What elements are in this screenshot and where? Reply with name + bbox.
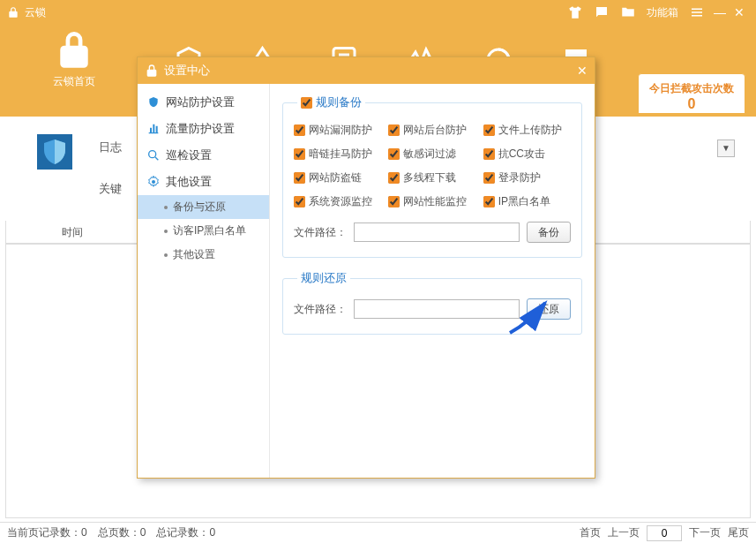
home-label: 云锁首页: [53, 74, 95, 89]
backup-item-checkbox[interactable]: 敏感词过滤: [388, 147, 475, 162]
dropdown-button[interactable]: ▼: [717, 140, 735, 157]
svg-point-5: [152, 180, 155, 184]
search-icon: [146, 148, 161, 162]
chart-icon: [146, 122, 161, 136]
toolbox-label[interactable]: 功能箱: [647, 5, 678, 20]
backup-item-checkbox[interactable]: 网站漏洞防护: [294, 123, 381, 138]
nav-patrol[interactable]: 巡检设置: [138, 142, 269, 169]
backup-item-checkbox[interactable]: 多线程下载: [388, 170, 475, 185]
backup-item-checkbox[interactable]: 抗CC攻击: [483, 147, 571, 162]
page-input[interactable]: [647, 525, 682, 541]
restore-legend: 规则还原: [297, 270, 350, 286]
restore-button[interactable]: 还原: [527, 298, 571, 320]
backup-item-checkbox[interactable]: IP黑白名单: [483, 194, 571, 209]
nav-visitor-ip[interactable]: 访客IP黑白名单: [138, 219, 269, 243]
svg-point-4: [149, 151, 156, 158]
lock-icon: [7, 6, 19, 19]
nav-other[interactable]: 其他设置: [138, 169, 269, 195]
backup-group: 规则备份 网站漏洞防护网站后台防护文件上传防护暗链挂马防护敏感词过滤抗CC攻击网…: [282, 94, 582, 258]
modal-close-button[interactable]: ✕: [577, 64, 588, 78]
minimize-button[interactable]: —: [710, 5, 730, 19]
backup-button[interactable]: 备份: [527, 222, 571, 243]
titlebar: 云锁 功能箱 — ✕: [0, 0, 756, 25]
backup-path-label: 文件路径：: [294, 225, 347, 240]
chat-icon[interactable]: [594, 4, 610, 20]
shield-icon: [146, 95, 161, 109]
close-button[interactable]: ✕: [730, 5, 749, 19]
gear-icon: [146, 175, 161, 189]
shield-icon: [34, 131, 76, 177]
next-page-link[interactable]: 下一页: [689, 525, 721, 540]
modal-nav: 网站防护设置 流量防护设置 巡检设置 其他设置 备份与还原 访客IP黑白名单 其…: [138, 84, 270, 478]
total-records: 总记录数：0: [156, 525, 215, 540]
last-page-link[interactable]: 尾页: [728, 525, 749, 540]
col-time: 时间: [6, 221, 138, 243]
log-label: 日志: [99, 140, 122, 155]
shirt-icon[interactable]: [567, 4, 583, 20]
app-name: 云锁: [25, 5, 46, 20]
nav-site-protection[interactable]: 网站防护设置: [138, 89, 269, 116]
restore-group: 规则还原 文件路径： 还原: [282, 270, 582, 335]
block-title: 今日拦截攻击次数: [649, 81, 734, 96]
backup-legend[interactable]: 规则备份: [297, 94, 365, 110]
home-nav[interactable]: 云锁首页: [53, 32, 95, 89]
nav-other-settings[interactable]: 其他设置: [138, 243, 269, 267]
lock-icon: [145, 64, 159, 78]
backup-item-checkbox[interactable]: 网站性能监控: [388, 194, 475, 209]
backup-item-checkbox[interactable]: 网站后台防护: [388, 123, 475, 138]
modal-content: 规则备份 网站漏洞防护网站后台防护文件上传防护暗链挂马防护敏感词过滤抗CC攻击网…: [270, 84, 595, 478]
backup-item-checkbox[interactable]: 文件上传防护: [483, 123, 571, 138]
total-pages: 总页数：0: [98, 525, 146, 540]
restore-path-label: 文件路径：: [294, 302, 347, 317]
backup-item-checkbox[interactable]: 网站防盗链: [294, 170, 381, 185]
backup-item-checkbox[interactable]: 系统资源监控: [294, 194, 381, 209]
prev-page-link[interactable]: 上一页: [608, 525, 640, 540]
backup-master-checkbox[interactable]: [301, 97, 312, 109]
nav-traffic-protection[interactable]: 流量防护设置: [138, 116, 269, 142]
settings-modal: 设置中心 ✕ 网站防护设置 流量防护设置 巡检设置 其他设置 备份与还原 访客I…: [137, 57, 595, 479]
restore-path-input[interactable]: [354, 299, 520, 319]
folder-icon[interactable]: [620, 4, 636, 20]
key-label: 关键: [99, 181, 122, 197]
modal-title: 设置中心: [164, 63, 210, 79]
menu-icon[interactable]: [689, 4, 705, 20]
first-page-link[interactable]: 首页: [580, 525, 601, 540]
backup-path-input[interactable]: [354, 222, 520, 242]
backup-item-checkbox[interactable]: 登录防护: [483, 170, 571, 185]
modal-titlebar: 设置中心 ✕: [138, 57, 595, 84]
status-bar: 当前页记录数：0 总页数：0 总记录数：0 首页 上一页 下一页 尾页: [0, 522, 756, 543]
backup-item-checkbox[interactable]: 暗链挂马防护: [294, 147, 381, 162]
cur-page-records: 当前页记录数：0: [7, 525, 87, 540]
block-value: 0: [649, 96, 734, 112]
nav-backup-restore[interactable]: 备份与还原: [138, 195, 269, 219]
